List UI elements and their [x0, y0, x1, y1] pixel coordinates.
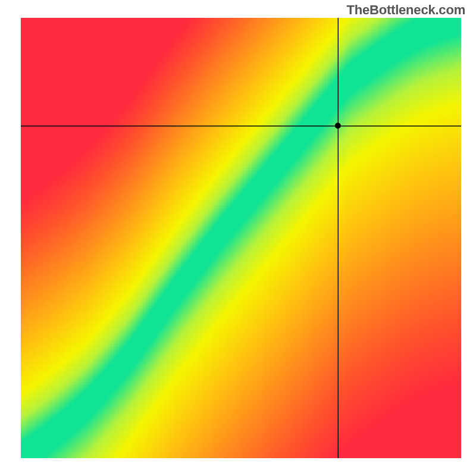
watermark-label: TheBottleneck.com — [346, 2, 465, 18]
chart-container: TheBottleneck.com — [0, 0, 476, 476]
overlay-canvas — [21, 18, 461, 458]
